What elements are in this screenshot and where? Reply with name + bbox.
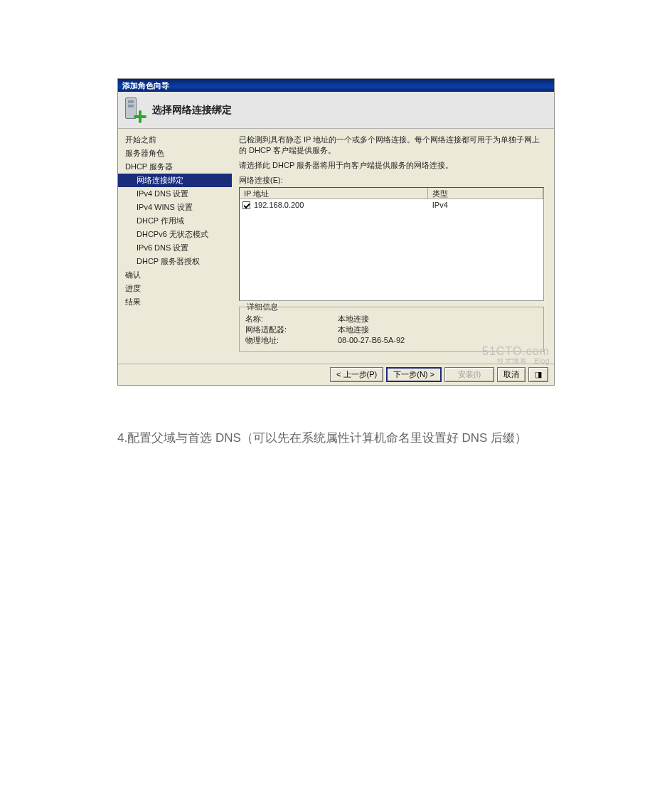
sidebar-item-ipv4-dns[interactable]: IPv4 DNS 设置 [118,187,232,201]
row-type: IPv4 [428,201,543,209]
wizard-content: 已检测到具有静态 IP 地址的一个或多个网络连接。每个网络连接都可用于为单独子网… [232,129,554,364]
add-roles-wizard-window: 添加角色向导 选择网络连接绑定 开始之前 服务器角色 DHCP 服务器 网络连接… [117,78,555,386]
detail-mac-value: 08-00-27-B6-5A-92 [338,335,405,346]
network-connections-label: 网络连接(E): [239,175,544,186]
button-bar: < 上一步(P) 下一步(N) > 安装(I) 取消 ◨ [118,364,554,385]
sidebar-item-server-roles[interactable]: 服务器角色 [118,147,232,160]
window-title: 添加角色向导 [122,81,169,90]
sidebar-item-network-binding[interactable]: 网络连接绑定 [118,174,232,187]
row-ip: 192.168.0.200 [252,201,428,209]
sidebar-item-before-start[interactable]: 开始之前 [118,133,232,147]
description-2: 请选择此 DHCP 服务器将用于向客户端提供服务的网络连接。 [239,160,544,171]
sidebar-item-ipv6-dns[interactable]: IPv6 DNS 设置 [118,241,232,255]
list-header: IP 地址 类型 [240,188,543,199]
description-1: 已检测到具有静态 IP 地址的一个或多个网络连接。每个网络连接都可用于为单独子网… [239,134,544,156]
sidebar-item-dhcp-authorize[interactable]: DHCP 服务器授权 [118,255,232,268]
detail-adapter-label: 网络适配器: [245,324,338,335]
help-button[interactable]: ◨ [528,367,548,382]
sidebar-item-dhcp-scope[interactable]: DHCP 作用域 [118,214,232,228]
column-ip-address[interactable]: IP 地址 [240,188,428,199]
detail-mac-label: 物理地址: [245,335,338,346]
next-button[interactable]: 下一步(N) > [386,367,442,382]
wizard-body: 开始之前 服务器角色 DHCP 服务器 网络连接绑定 IPv4 DNS 设置 I… [118,129,554,364]
row-checkbox-cell[interactable] [240,201,252,209]
list-row[interactable]: 192.168.0.200 IPv4 [240,199,543,211]
sidebar-item-dhcp-server[interactable]: DHCP 服务器 [118,160,232,174]
sidebar-item-ipv4-wins[interactable]: IPv4 WINS 设置 [118,201,232,214]
page-title: 选择网络连接绑定 [152,104,232,117]
details-group: 名称: 本地连接 网络适配器: 本地连接 物理地址: 08-00-27-B6-5… [239,307,544,352]
prev-button[interactable]: < 上一步(P) [330,367,383,382]
sidebar-item-result[interactable]: 结果 [118,295,232,309]
sidebar: 开始之前 服务器角色 DHCP 服务器 网络连接绑定 IPv4 DNS 设置 I… [118,129,232,364]
sidebar-item-progress[interactable]: 进度 [118,282,232,295]
server-plus-icon [122,96,146,125]
detail-adapter-value: 本地连接 [338,324,369,335]
network-connections-list[interactable]: IP 地址 类型 192.168.0.200 IPv4 [239,187,544,301]
checkbox-icon[interactable] [242,201,250,209]
titlebar: 添加角色向导 [118,79,554,92]
detail-name-label: 名称: [245,314,338,324]
detail-name-value: 本地连接 [338,314,369,324]
cancel-button[interactable]: 取消 [497,367,526,382]
sidebar-item-dhcpv6-stateless[interactable]: DHCPv6 无状态模式 [118,228,232,241]
caption-text: 4.配置父域与首选 DNS（可以先在系统属性计算机命名里设置好 DNS 后缀） [117,430,555,446]
install-button: 安装(I) [444,367,494,382]
header-band: 选择网络连接绑定 [118,92,554,129]
column-type[interactable]: 类型 [428,188,543,199]
sidebar-item-confirm[interactable]: 确认 [118,268,232,282]
